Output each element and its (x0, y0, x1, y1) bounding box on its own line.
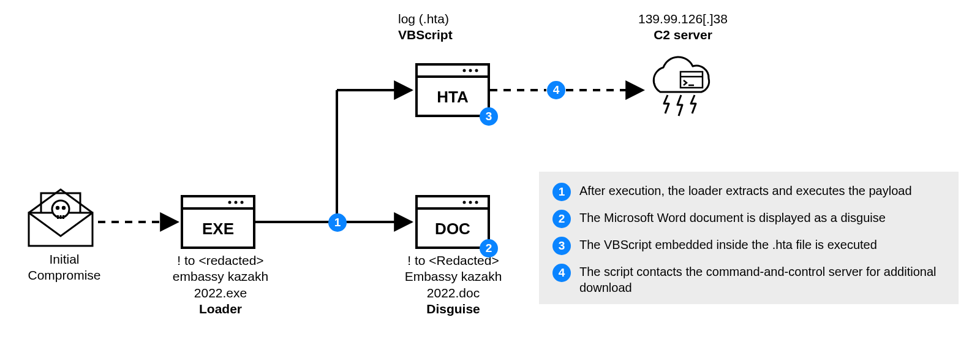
initial-line2: Compromise (28, 268, 100, 282)
svg-point-24 (475, 201, 478, 204)
c2-top-label: 139.99.126[.]38 C2 server (612, 11, 753, 44)
diagram-stage: EXE HTA DOC (0, 0, 980, 363)
legend-row-3: 3 The VBScript embedded inside the .hta … (552, 237, 945, 255)
initial-compromise-label: Initial Compromise (18, 251, 110, 284)
c2-top1: 139.99.126[.]38 (638, 12, 728, 26)
svg-text:DOC: DOC (435, 220, 470, 238)
legend-badge-1: 1 (552, 183, 571, 201)
doc-cap3: 2022.doc (427, 286, 480, 300)
svg-point-22 (463, 201, 466, 204)
legend-row-2: 2 The Microsoft Word document is display… (552, 210, 945, 228)
svg-rect-6 (60, 215, 62, 219)
svg-point-23 (469, 201, 472, 204)
loader-cap1: ! to <redacted> (177, 253, 263, 267)
c2-cloud-icon (654, 57, 709, 116)
legend-row-1: 1 After execution, the loader extracts a… (552, 183, 945, 201)
legend-text-2: The Microsoft Word document is displayed… (579, 210, 945, 226)
loader-role: Loader (199, 302, 242, 316)
loader-cap2: embassy kazakh (173, 269, 268, 283)
doc-window-icon: DOC (417, 196, 489, 248)
hta-window-icon: HTA (417, 64, 489, 116)
doc-caption: ! to <Redacted> Embassy kazakh 2022.doc … (392, 253, 514, 317)
hta-top-label: log (.hta) VBScript (398, 11, 508, 44)
svg-text:HTA: HTA (437, 88, 469, 106)
legend-badge-3: 3 (552, 237, 571, 255)
exe-window-icon: EXE (182, 196, 254, 248)
legend-row-4: 4 The script contacts the command-and-co… (552, 264, 945, 296)
c2-top2: C2 server (654, 28, 712, 42)
loader-caption: ! to <redacted> embassy kazakh 2022.exe … (159, 253, 282, 317)
svg-rect-5 (57, 215, 59, 219)
svg-point-2 (52, 201, 69, 218)
doc-cap2: Embassy kazakh (405, 269, 502, 283)
legend-badge-2: 2 (552, 210, 571, 228)
loader-cap3: 2022.exe (194, 286, 247, 300)
badge-3: 3 (480, 107, 498, 126)
legend-text-1: After execution, the loader extracts and… (579, 183, 945, 199)
badge-2: 2 (480, 239, 498, 258)
hta-top2: VBScript (398, 28, 453, 42)
svg-point-16 (463, 69, 466, 72)
svg-point-18 (475, 69, 478, 72)
svg-text:EXE: EXE (202, 220, 234, 238)
svg-point-12 (241, 201, 244, 204)
svg-rect-7 (62, 215, 64, 219)
initial-line1: Initial (49, 252, 79, 266)
legend-text-3: The VBScript embedded inside the .hta fi… (579, 237, 945, 253)
legend-badge-4: 4 (552, 264, 571, 282)
doc-role: Disguise (426, 302, 480, 316)
svg-point-11 (235, 201, 238, 204)
legend-panel: 1 After execution, the loader extracts a… (539, 172, 959, 304)
svg-point-17 (469, 69, 472, 72)
svg-point-4 (62, 206, 66, 210)
svg-point-10 (228, 201, 232, 204)
envelope-skull-icon (29, 189, 92, 246)
badge-4: 4 (547, 81, 565, 99)
legend-text-4: The script contacts the command-and-cont… (579, 264, 945, 296)
svg-point-3 (56, 206, 59, 210)
badge-1: 1 (328, 213, 347, 232)
hta-top1: log (.hta) (398, 12, 449, 26)
